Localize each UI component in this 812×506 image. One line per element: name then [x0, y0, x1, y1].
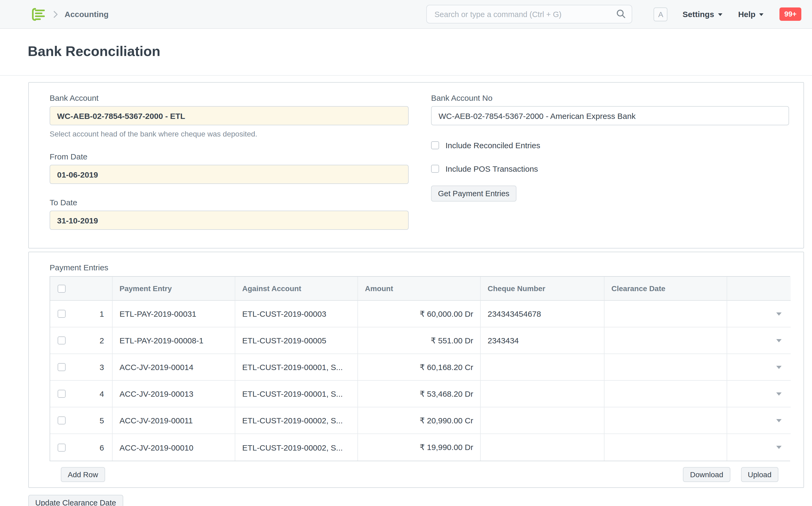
add-row-button[interactable]: Add Row [61, 467, 105, 482]
payment-entry-cell[interactable]: ACC-JV-2019-00014 [113, 354, 235, 381]
navbar: Accounting A Settings Help 99+ [0, 0, 812, 29]
cheque-number-cell[interactable] [481, 381, 604, 407]
select-all-checkbox[interactable] [58, 284, 66, 292]
page-title: Bank Reconciliation [28, 43, 812, 60]
download-button[interactable]: Download [683, 467, 730, 482]
table-row: 3 ACC-JV-2019-00014 ETL-CUST-2019-00001,… [50, 354, 791, 381]
bank-account-no-input[interactable] [431, 106, 789, 125]
to-date-label: To Date [50, 198, 409, 207]
amount-cell[interactable]: ₹ 551.00 Dr [358, 327, 481, 354]
row-dropdown-caret-icon[interactable] [776, 446, 782, 449]
row-index: 6 [99, 443, 104, 452]
settings-label: Settings [683, 10, 714, 19]
row-dropdown-caret-icon[interactable] [776, 392, 782, 395]
from-date-field: From Date [50, 152, 409, 184]
amount-cell[interactable]: ₹ 60,000.00 Dr [358, 301, 481, 327]
table-row: 5 ACC-JV-2019-00011 ETL-CUST-2019-00002,… [50, 407, 791, 434]
row-actions-cell [727, 354, 791, 381]
row-dropdown-caret-icon[interactable] [776, 339, 782, 342]
amount-cell[interactable]: ₹ 19,990.00 Dr [358, 434, 481, 461]
col-header-clearance-date: Clearance Date [604, 277, 727, 301]
include-reconciled-label: Include Reconciled Entries [445, 141, 540, 150]
row-actions-cell [727, 434, 791, 461]
grid-header-row: Payment Entry Against Account Amount Che… [50, 277, 791, 301]
against-account-cell[interactable]: ETL-CUST-2019-00001, S... [235, 381, 358, 407]
include-reconciled-row[interactable]: Include Reconciled Entries [431, 140, 789, 150]
include-reconciled-checkbox[interactable] [431, 141, 439, 149]
payment-entry-cell[interactable]: ACC-JV-2019-00011 [113, 407, 235, 434]
to-date-field: To Date [50, 198, 409, 230]
from-date-label: From Date [50, 152, 409, 161]
row-select-cell: 5 [50, 407, 113, 434]
cheque-number-cell[interactable] [481, 434, 604, 461]
chevron-down-icon [759, 13, 763, 16]
bank-account-input[interactable] [50, 106, 409, 125]
filters-section: Bank Account Select account head of the … [28, 82, 804, 248]
clearance-date-cell[interactable] [604, 354, 727, 381]
payment-entries-label: Payment Entries [50, 263, 789, 272]
to-date-input[interactable] [50, 210, 409, 230]
row-dropdown-caret-icon[interactable] [776, 365, 782, 369]
payment-entry-cell[interactable]: ETL-PAY-2019-00031 [113, 301, 235, 327]
row-index: 4 [99, 389, 104, 398]
against-account-cell[interactable]: ETL-CUST-2019-00002, S... [235, 407, 358, 434]
upload-button[interactable]: Upload [741, 467, 779, 482]
row-checkbox[interactable] [58, 363, 66, 371]
cheque-number-cell[interactable] [481, 407, 604, 434]
help-menu[interactable]: Help [738, 10, 763, 19]
row-checkbox[interactable] [58, 390, 66, 398]
amount-cell[interactable]: ₹ 53,468.20 Dr [358, 381, 481, 407]
notifications-badge[interactable]: 99+ [780, 7, 801, 21]
settings-menu[interactable]: Settings [683, 10, 722, 19]
against-account-cell[interactable]: ETL-CUST-2019-00003 [235, 301, 358, 327]
clearance-date-cell[interactable] [604, 434, 727, 461]
filters-right-column: Bank Account No Include Reconciled Entri… [431, 93, 789, 230]
table-row: 2 ETL-PAY-2019-00008-1 ETL-CUST-2019-000… [50, 327, 791, 354]
clearance-date-cell[interactable] [604, 301, 727, 327]
col-header-against-account: Against Account [235, 277, 358, 301]
row-checkbox[interactable] [58, 310, 66, 318]
bank-account-field: Bank Account Select account head of the … [50, 93, 409, 138]
update-clearance-date-button[interactable]: Update Clearance Date [28, 495, 123, 506]
payment-entries-grid: Payment Entry Against Account Amount Che… [50, 276, 790, 461]
payment-entry-cell[interactable]: ACC-JV-2019-00010 [113, 434, 235, 461]
payment-entry-cell[interactable]: ACC-JV-2019-00013 [113, 381, 235, 407]
from-date-input[interactable] [50, 165, 409, 184]
get-payment-entries-button[interactable]: Get Payment Entries [431, 185, 516, 201]
cheque-number-cell[interactable]: 2343434 [481, 327, 604, 354]
clearance-date-cell[interactable] [604, 407, 727, 434]
page-header: Bank Reconciliation [0, 29, 812, 76]
row-actions-cell [727, 301, 791, 327]
row-checkbox[interactable] [58, 336, 66, 344]
amount-cell[interactable]: ₹ 60,168.20 Cr [358, 354, 481, 381]
bank-account-no-label: Bank Account No [431, 93, 789, 102]
against-account-cell[interactable]: ETL-CUST-2019-00005 [235, 327, 358, 354]
payment-entry-cell[interactable]: ETL-PAY-2019-00008-1 [113, 327, 235, 354]
against-account-cell[interactable]: ETL-CUST-2019-00001, S... [235, 354, 358, 381]
clearance-date-cell[interactable] [604, 327, 727, 354]
cheque-number-cell[interactable] [481, 354, 604, 381]
row-select-cell: 3 [50, 354, 113, 381]
row-index: 5 [99, 416, 104, 425]
avatar[interactable]: A [654, 7, 668, 21]
breadcrumb-chevron-icon [53, 10, 58, 18]
col-header-payment-entry: Payment Entry [113, 277, 235, 301]
table-row: 6 ACC-JV-2019-00010 ETL-CUST-2019-00002,… [50, 434, 791, 461]
row-select-cell: 1 [50, 301, 113, 327]
breadcrumb[interactable]: Accounting [65, 10, 108, 19]
row-actions-cell [727, 381, 791, 407]
include-pos-row[interactable]: Include POS Transactions [431, 163, 789, 174]
clearance-date-cell[interactable] [604, 381, 727, 407]
amount-cell[interactable]: ₹ 20,990.00 Cr [358, 407, 481, 434]
row-checkbox[interactable] [58, 416, 66, 424]
row-dropdown-caret-icon[interactable] [776, 312, 782, 315]
cheque-number-cell[interactable]: 234343454678 [481, 301, 604, 327]
against-account-cell[interactable]: ETL-CUST-2019-00002, S... [235, 434, 358, 461]
table-row: 4 ACC-JV-2019-00013 ETL-CUST-2019-00001,… [50, 381, 791, 407]
search-input[interactable] [427, 5, 633, 23]
app-logo-icon[interactable] [30, 6, 47, 22]
include-pos-checkbox[interactable] [431, 165, 439, 172]
bank-reconciliation-page: Accounting A Settings Help 99+ Bank Reco… [0, 0, 812, 506]
row-checkbox[interactable] [58, 443, 66, 451]
row-dropdown-caret-icon[interactable] [776, 419, 782, 422]
